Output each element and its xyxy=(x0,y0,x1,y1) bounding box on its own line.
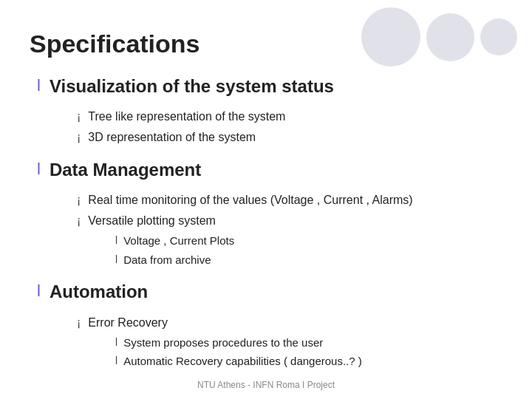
sub-dot-1: ¡ xyxy=(77,108,81,126)
bullet-automation: l Automation xyxy=(37,280,502,303)
data-management-title: Data Management xyxy=(50,158,201,181)
decorative-circles xyxy=(361,7,517,66)
bullet-dot-automation: l xyxy=(37,281,41,302)
circle-large xyxy=(361,7,420,66)
sub-item-3d: ¡ 3D representation of the system xyxy=(77,129,502,146)
bullet-dot-data: l xyxy=(37,159,41,180)
sub-text-3d: 3D representation of the system xyxy=(88,129,256,146)
sub-sub-text-automatic-recovery: Automatic Recovery capabilities ( danger… xyxy=(123,353,362,370)
section-automation: l Automation ¡ Error Recovery l System p… xyxy=(37,280,502,369)
automation-sub-sub-list: l System proposes procedures to the user… xyxy=(115,335,502,370)
sub-sub-dot-archive: l xyxy=(115,252,117,267)
section-visualization: l Visualization of the system status ¡ T… xyxy=(37,75,502,146)
sub-sub-dot-voltage: l xyxy=(115,233,117,248)
visualization-title: Visualization of the system status xyxy=(50,75,334,98)
automation-sub-list: ¡ Error Recovery l System proposes proce… xyxy=(77,314,502,370)
sub-dot-2: ¡ xyxy=(77,129,81,146)
sub-item-tree: ¡ Tree like representation of the system xyxy=(77,108,502,126)
slide: Specifications l Visualization of the sy… xyxy=(0,0,532,399)
sub-text-tree: Tree like representation of the system xyxy=(88,108,285,126)
sub-sub-archive: l Data from archive xyxy=(115,252,502,269)
sub-sub-automatic-recovery: l Automatic Recovery capabilities ( dang… xyxy=(115,353,502,370)
bullet-dot-visualization: l xyxy=(37,75,41,97)
sub-dot-rt: ¡ xyxy=(77,191,81,209)
automation-title: Automation xyxy=(50,280,148,303)
sub-item-realtime: ¡ Real time monitoring of the values (Vo… xyxy=(77,191,502,209)
sub-sub-text-voltage: Voltage , Current Plots xyxy=(123,233,234,250)
main-content: l Visualization of the system status ¡ T… xyxy=(30,75,502,370)
sub-text-error-recovery: Error Recovery xyxy=(88,314,168,332)
circle-small xyxy=(480,18,517,55)
sub-text-realtime: Real time monitoring of the values (Volt… xyxy=(88,191,412,209)
sub-sub-system-proposes: l System proposes procedures to the user xyxy=(115,335,502,352)
visualization-sub-list: ¡ Tree like representation of the system… xyxy=(77,108,502,146)
data-management-sub-list: ¡ Real time monitoring of the values (Vo… xyxy=(77,191,502,268)
sub-sub-text-archive: Data from archive xyxy=(123,252,211,269)
bullet-visualization: l Visualization of the system status xyxy=(37,75,502,98)
data-sub-sub-list: l Voltage , Current Plots l Data from ar… xyxy=(115,233,502,268)
section-data-management: l Data Management ¡ Real time monitoring… xyxy=(37,158,502,268)
sub-item-error-recovery: ¡ Error Recovery xyxy=(77,314,502,332)
bullet-data-management: l Data Management xyxy=(37,158,502,181)
sub-sub-dot-ar: l xyxy=(115,353,117,369)
sub-item-versatile: ¡ Versatile plotting system xyxy=(77,212,502,230)
sub-text-versatile: Versatile plotting system xyxy=(88,212,216,230)
sub-dot-er: ¡ xyxy=(77,314,81,332)
circle-medium xyxy=(426,13,474,61)
footer: NTU Athens - INFN Roma I Project xyxy=(0,380,532,390)
sub-sub-dot-sp: l xyxy=(115,335,117,350)
footer-text: NTU Athens - INFN Roma I Project xyxy=(197,380,335,390)
sub-dot-vp: ¡ xyxy=(77,212,81,230)
sub-sub-voltage: l Voltage , Current Plots xyxy=(115,233,502,250)
sub-sub-text-system-proposes: System proposes procedures to the user xyxy=(123,335,323,352)
